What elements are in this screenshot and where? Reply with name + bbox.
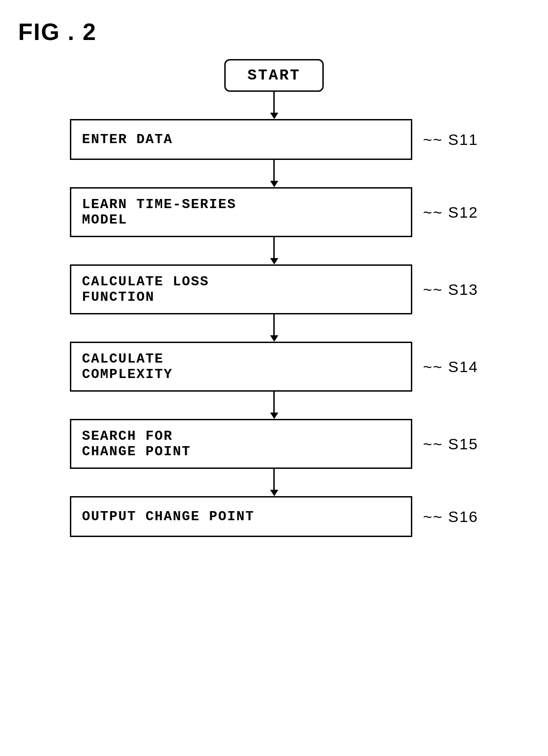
- arrow-5: [270, 392, 278, 419]
- arrow-line-3: [273, 237, 275, 258]
- arrow-line: [273, 92, 275, 113]
- arrow-1: [270, 92, 278, 119]
- arrow-head-5: [270, 413, 278, 419]
- arrow-line-6: [273, 469, 275, 490]
- step-s15-box: SEARCH FOR CHANGE POINT: [70, 419, 412, 469]
- arrow-line-2: [273, 160, 275, 181]
- step-s14-box: CALCULATE COMPLEXITY: [70, 342, 412, 392]
- figure-title: FIG . 2: [18, 18, 97, 45]
- arrow-head-2: [270, 181, 278, 187]
- arrow-head-4: [270, 335, 278, 342]
- step-s12-text: LEARN TIME-SERIES MODEL: [82, 197, 237, 228]
- step-s13-label: ~ S13: [423, 281, 479, 298]
- step-s12-row: LEARN TIME-SERIES MODEL ~ S12: [70, 187, 479, 237]
- arrow-head: [270, 113, 278, 119]
- arrow-3: [270, 237, 278, 264]
- step-s14-label: ~ S14: [423, 358, 479, 376]
- arrow-head-3: [270, 258, 278, 264]
- arrow-4: [270, 314, 278, 342]
- step-s11-label: ~ S11: [423, 131, 479, 149]
- step-s14-row: CALCULATE COMPLEXITY ~ S14: [70, 342, 479, 392]
- start-node: START: [224, 59, 324, 92]
- step-s13-text: CALCULATE LOSS FUNCTION: [82, 274, 209, 305]
- arrow-2: [270, 160, 278, 187]
- arrow-line-5: [273, 392, 275, 413]
- step-s16-text: OUTPUT CHANGE POINT: [82, 509, 255, 524]
- step-s16-row: OUTPUT CHANGE POINT ~ S16: [70, 496, 479, 537]
- step-s12-label: ~ S12: [423, 204, 479, 221]
- step-s14-text: CALCULATE COMPLEXITY: [82, 351, 173, 382]
- step-s13-box: CALCULATE LOSS FUNCTION: [70, 264, 412, 314]
- step-s15-row: SEARCH FOR CHANGE POINT ~ S15: [70, 419, 479, 469]
- step-s15-text: SEARCH FOR CHANGE POINT: [82, 428, 191, 459]
- page: FIG . 2 START ENTER DATA ~ S11 LEARN TIM…: [0, 0, 548, 756]
- arrow-line-4: [273, 314, 275, 335]
- step-s11-box: ENTER DATA: [70, 119, 412, 160]
- step-s13-row: CALCULATE LOSS FUNCTION ~ S13: [70, 264, 479, 314]
- flowchart: START ENTER DATA ~ S11 LEARN TIME-SERIES…: [70, 59, 479, 537]
- step-s11-row: ENTER DATA ~ S11: [70, 119, 479, 160]
- arrow-6: [270, 469, 278, 496]
- step-s11-text: ENTER DATA: [82, 132, 173, 147]
- step-s12-box: LEARN TIME-SERIES MODEL: [70, 187, 412, 237]
- step-s16-label: ~ S16: [423, 508, 479, 526]
- step-s16-box: OUTPUT CHANGE POINT: [70, 496, 412, 537]
- step-s15-label: ~ S15: [423, 435, 479, 453]
- arrow-head-6: [270, 490, 278, 496]
